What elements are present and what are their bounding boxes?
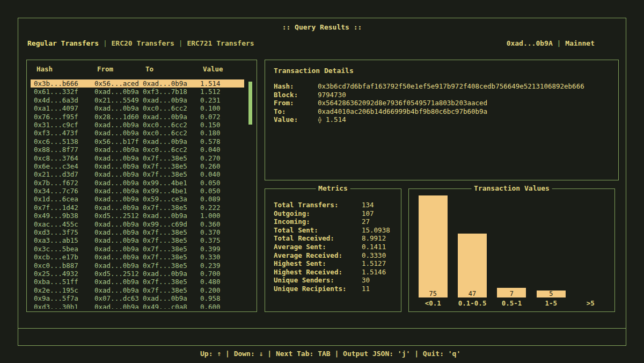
detail-field: Block:9794730 [274, 91, 610, 99]
chart-bar-value: 47 [469, 290, 476, 297]
table-cell: 0xad...0b9a [94, 121, 143, 129]
table-row[interactable]: 0x1d...6cea0xad...0b9a0x59...ce3a0.089 [31, 195, 244, 203]
chart-bar-value: 7 [510, 290, 514, 297]
table-cell: 0.231 [200, 96, 244, 105]
table-cell: 0.089 [200, 195, 244, 204]
table-cell: 0.239 [200, 262, 244, 270]
table-cell: 0.260 [200, 162, 244, 171]
metric-value: 1.5127 [362, 259, 396, 268]
table-row[interactable]: 0xcb...e17b0xad...0b9a0x7f...38e50.330 [31, 253, 244, 261]
table-row[interactable]: 0xd3...3f750xad...0b9a0x7f...38e50.370 [31, 228, 244, 236]
table-row[interactable]: 0x61...332f0xad...0b9a0xf3...7b181.512 [31, 88, 244, 96]
metric-value: 0.1411 [362, 243, 396, 251]
metric-row: Highest Received:1.5146 [274, 268, 396, 277]
metric-value: 8.9912 [362, 234, 396, 243]
account-address: 0xad...0b9A [507, 39, 553, 47]
table-cell: 0.040 [200, 146, 244, 154]
table-cell: 0.360 [200, 220, 244, 229]
table-row[interactable]: 0x34...7c760xad...0b9a0x99...4be10.050 [31, 187, 244, 195]
table-header: HashFromToValue [27, 60, 257, 76]
table-row[interactable]: 0x49...9b380xd5...25120xad...0b9a1.000 [31, 212, 244, 220]
table-row[interactable]: 0x3b...b6660x56...aced0xad...0b9a1.514 [31, 79, 244, 88]
metric-value: 27 [362, 217, 396, 226]
table-row[interactable]: 0x9a...5f7a0x07...dc630xad...0b9a0.958 [31, 294, 244, 302]
table-row[interactable]: 0x2e...195c0xad...0b9a0x7f...38e50.200 [31, 286, 244, 294]
table-row[interactable]: 0xac...455c0xad...0b9a0x99...c69d0.360 [31, 220, 244, 228]
table-row[interactable]: 0x76...f95f0x28...1d600xad...0b9a0.072 [31, 113, 244, 121]
metric-row: Outgoing:107 [274, 209, 396, 218]
table-cell: 0xad...0b9a [94, 187, 143, 195]
table-cell: 0.050 [200, 187, 244, 195]
metric-value: 1.5146 [362, 268, 396, 277]
scrollbar-thumb[interactable] [248, 82, 252, 125]
table-cell: 1.514 [200, 79, 244, 88]
metric-value: 134 [362, 201, 396, 209]
table-cell: 0.270 [200, 154, 244, 163]
table-cell: 0xac...455c [34, 220, 94, 229]
table-row[interactable]: 0xc8...37640xad...0b9a0x7f...38e50.270 [31, 154, 244, 162]
detail-field: Value:⟠ 1.514 [274, 115, 610, 124]
table-row[interactable]: 0xc6...51380x56...b17f0xad...0b9a0.578 [31, 137, 244, 146]
table-cell: 0x99...c69d [143, 220, 200, 229]
tab-regular-transfers[interactable]: Regular Transfers [27, 39, 99, 47]
chart-category-label: >5 [587, 299, 595, 308]
table-cell: 0x49...9b38 [34, 212, 94, 220]
table-row[interactable]: 0x3c...5bea0xad...0b9a0x7f...38e50.399 [31, 245, 244, 253]
bar-chart: 75<0.1470.1-0.570.5-151-5>5 [413, 195, 610, 308]
table-row[interactable]: 0x25...49320xd5...25120xad...0b9a0.700 [31, 270, 244, 278]
table-cell: 0xc8...3764 [34, 154, 94, 163]
table-cell: 0x21...5549 [94, 96, 143, 105]
table-cell: 0x7f...38e5 [143, 170, 200, 179]
tab-erc20-transfers[interactable]: ERC20 Transfers [112, 39, 174, 47]
table-cell: 0.480 [200, 278, 244, 286]
table-row[interactable]: 0x4d...6a3d0x21...55490xad...0b9a0.231 [31, 96, 244, 104]
metric-row: Unique Recipients:11 [274, 285, 396, 293]
details-title: Transaction Details [265, 60, 618, 75]
detail-field: Hash:0x3b6cd7d6bfaf163792f50e1ef5e917b97… [274, 82, 610, 91]
table-row[interactable]: 0xba...51ff0xad...0b9a0x7f...38e50.480 [31, 278, 244, 286]
table-cell: 1.000 [200, 212, 244, 220]
table-row[interactable]: 0x88...8f770xad...0b9a0xc0...6cc20.040 [31, 146, 244, 154]
network-label: Mainnet [565, 39, 595, 47]
metric-value: 0.3330 [362, 251, 396, 260]
tab-erc721-transfers[interactable]: ERC721 Transfers [187, 39, 254, 47]
page-title: :: Query Results :: [18, 23, 626, 31]
table-cell: 0x7f...38e5 [143, 162, 200, 171]
table-cell: 0x59...ce3a [143, 195, 200, 204]
table-row[interactable]: 0xa1...40970xad...0b9a0xc0...6cc20.100 [31, 104, 244, 112]
table-row[interactable]: 0xc0...b8870xad...0b9a0x7f...38e50.239 [31, 262, 244, 270]
scrollbar[interactable] [248, 81, 252, 307]
table-cell: 0x3b...b666 [34, 79, 94, 88]
table-row[interactable]: 0xd3...30b10xad...0b9a0x49...c0a80.600 [31, 303, 244, 309]
table-cell: 0xc0...b887 [34, 262, 94, 270]
table-row[interactable]: 0xf3...473f0xad...0b9a0xc0...6cc20.180 [31, 129, 244, 137]
table-cell: 0xd3...3f75 [34, 228, 94, 237]
table-cell: 0x9a...5f7a [34, 294, 94, 303]
metric-row: Highest Sent:1.5127 [274, 259, 396, 268]
metric-label: Incoming: [274, 217, 362, 226]
chart-bar-slot: 51-5 [532, 291, 570, 308]
table-cell: 0.072 [200, 113, 244, 121]
table-row[interactable]: 0x31...c9cf0xad...0b9a0xc0...6cc20.150 [31, 121, 244, 129]
table-row[interactable]: 0x21...d3d70xad...0b9a0x7f...38e50.040 [31, 170, 244, 178]
table-cell: 0x88...8f77 [34, 146, 94, 154]
detail-value: 0x3b6cd7d6bfaf163792f50e1ef5e917b972f408… [318, 82, 610, 91]
metric-row: Average Sent:0.1411 [274, 243, 396, 251]
table-cell: 0xad...0b9a [143, 294, 200, 303]
metric-label: Average Received: [274, 251, 362, 260]
table-cell: 0xad...0b9a [94, 303, 143, 309]
table-cell: 0.578 [200, 137, 244, 146]
table-cell: 0x3c...5bea [34, 245, 94, 253]
table-row[interactable]: 0x7f...1d420xad...0b9a0x7f...38e50.222 [31, 204, 244, 212]
table-row[interactable]: 0xa3...ab150xad...0b9a0x7f...38e50.375 [31, 236, 244, 244]
table-cell: 0x56...b17f [94, 137, 143, 146]
table-cell: 0.150 [200, 121, 244, 129]
table-cell: 0xad...0b9a [94, 104, 143, 113]
table-cell: 0.200 [200, 286, 244, 295]
table-row[interactable]: 0x6e...c3e40xad...0b9a0x7f...38e50.260 [31, 162, 244, 170]
table-cell: 0xf3...473f [34, 129, 94, 137]
metric-row: Average Received:0.3330 [274, 251, 396, 260]
table-row[interactable]: 0x7b...f6720xad...0b9a0x99...4be10.050 [31, 179, 244, 187]
table-cell: 0xad...0b9a [143, 79, 200, 88]
table-cell: 0xc0...6cc2 [143, 104, 200, 113]
